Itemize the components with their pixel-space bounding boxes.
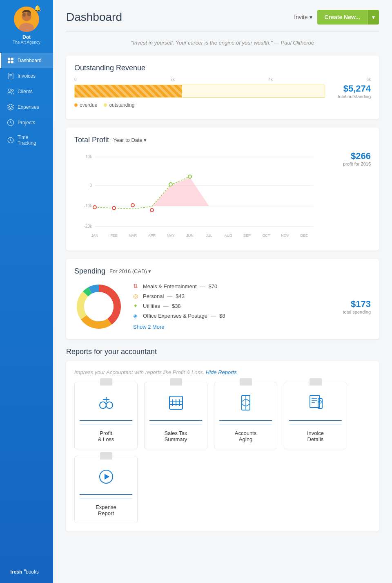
create-new-dropdown-button[interactable]: ▾ [368, 10, 379, 25]
profit-filter-chevron-icon: ▾ [144, 137, 147, 143]
profit-loss-icon [97, 394, 115, 415]
sidebar-item-time-tracking[interactable]: Time Tracking [0, 130, 53, 150]
total-profit-title: Total Profit [74, 136, 109, 144]
spending-item-meals-label: Meals & Entertainment [143, 283, 197, 289]
spending-item-personal-amount: $43 [176, 293, 185, 299]
user-profile[interactable]: 🔔 Dot The Art Agency [0, 7, 53, 45]
svg-point-32 [150, 209, 154, 212]
svg-text:JUL: JUL [206, 233, 212, 238]
report-clip [100, 378, 112, 386]
svg-point-14 [9, 89, 11, 91]
report-card-invoice-details[interactable]: InvoiceDetails [284, 382, 347, 449]
sidebar-label-dashboard: Dashboard [18, 58, 42, 63]
spending-filter-label: For 2016 (CAD) [109, 268, 147, 274]
spending-inner: ⇅ Meals & Entertainment — $70 ◎ Personal… [74, 282, 371, 331]
spending-filter-button[interactable]: For 2016 (CAD) ▾ [109, 268, 151, 274]
main-content: Dashboard Invite ▾ Create New... ▾ "Inve… [53, 0, 392, 583]
donut-chart [74, 282, 123, 331]
profit-chart-svg: 10k 0 -10k -20k [74, 151, 323, 241]
report-divider [289, 420, 342, 421]
reports-title-row: Reports for your accountant [66, 348, 379, 356]
svg-text:books: books [26, 569, 39, 575]
spending-item-utilities: ✦ Utilities — $38 [133, 303, 320, 309]
svg-text:AUG: AUG [224, 233, 232, 238]
spending-item-office: ◈ Office Expenses & Postage — $8 [133, 312, 320, 319]
hide-reports-link[interactable]: Hide Reports [206, 369, 237, 375]
svg-text:10k: 10k [85, 155, 92, 159]
dashboard-icon [7, 57, 14, 64]
svg-text:-20k: -20k [84, 224, 92, 229]
axis-6k: 6k [366, 77, 371, 82]
sidebar-footer: fresh books [4, 560, 49, 583]
report-name-accounts-aging: AccountsAging [235, 430, 256, 442]
expenses-icon [7, 103, 14, 111]
user-name: Dot [22, 34, 31, 40]
create-new-button[interactable]: Create New... [317, 10, 368, 25]
sidebar-label-clients: Clients [18, 89, 33, 94]
sidebar-item-expenses[interactable]: Expenses [0, 99, 53, 115]
sidebar-item-clients[interactable]: Clients [0, 84, 53, 99]
sidebar-item-invoices[interactable]: Invoices [0, 68, 53, 84]
revenue-bar-fill [75, 85, 182, 97]
profit-chart-area: 10k 0 -10k -20k [74, 151, 323, 242]
show-more-button[interactable]: Show 2 More [133, 324, 165, 330]
svg-point-29 [93, 206, 96, 209]
svg-text:DEC: DEC [300, 233, 308, 238]
svg-text:-10k: -10k [84, 204, 92, 208]
outstanding-revenue-header: Outstanding Revenue [74, 64, 371, 72]
total-profit-card: Total Profit Year to Date ▾ 10k 0 -10k -… [66, 128, 379, 251]
invite-label: Invite [294, 14, 307, 20]
report-clip [170, 378, 182, 386]
spending-label: total spending [330, 309, 371, 314]
spending-item-utilities-label: Utilities [143, 303, 160, 309]
invoice-details-icon [307, 394, 325, 415]
spending-item-personal-label: Personal [143, 293, 164, 299]
time-tracking-icon [7, 137, 14, 144]
report-clip [240, 378, 252, 386]
report-divider [149, 420, 202, 421]
profit-total: $266 profit for 2016 [330, 151, 371, 166]
svg-text:JUN: JUN [186, 233, 194, 238]
profit-filter-label: Year to Date [113, 137, 143, 143]
freshbooks-logo: fresh books [10, 567, 43, 576]
svg-point-33 [169, 183, 172, 186]
spending-item-personal-dash: — [167, 293, 172, 299]
avatar-wrapper: 🔔 [14, 7, 39, 32]
svg-rect-7 [11, 58, 13, 60]
report-divider [80, 420, 132, 421]
revenue-chart-area: 0 2k 4k 6k $5,274 total outstanding over… [74, 77, 371, 108]
invite-button[interactable]: Invite ▾ [294, 14, 312, 20]
axis-4k: 4k [268, 77, 273, 82]
report-card-profit-loss[interactable]: Profit& Loss [74, 382, 138, 449]
sidebar-item-projects[interactable]: Projects [0, 115, 53, 130]
spending-header: Spending For 2016 (CAD) ▾ [74, 267, 371, 276]
report-card-accounts-aging[interactable]: AccountsAging [214, 382, 277, 449]
sidebar-nav: Dashboard Invoices Clients Expenses Proj… [0, 53, 53, 150]
profit-label: profit for 2016 [330, 161, 371, 166]
invoices-icon [7, 72, 14, 80]
profit-chart-container: 10k 0 -10k -20k [74, 151, 371, 242]
page-header: Dashboard Invite ▾ Create New... ▾ [66, 10, 379, 31]
report-card-expense-report[interactable]: ExpenseReport [74, 456, 138, 523]
sidebar-item-dashboard[interactable]: Dashboard [0, 53, 53, 68]
svg-point-30 [112, 206, 116, 210]
spending-item-office-dash: — [211, 313, 216, 319]
profit-filter-button[interactable]: Year to Date ▾ [113, 137, 147, 143]
svg-rect-6 [8, 58, 10, 60]
personal-icon: ◎ [133, 293, 140, 299]
sidebar-label-invoices: Invoices [18, 73, 36, 79]
svg-point-4 [22, 13, 26, 17]
revenue-axis: 0 2k 4k 6k [74, 77, 371, 82]
revenue-legend: overdue outstanding [74, 102, 371, 108]
spending-item-utilities-amount: $38 [172, 303, 181, 309]
revenue-label: total outstanding [330, 94, 371, 99]
notification-bell-icon[interactable]: 🔔 [34, 5, 41, 11]
svg-text:0: 0 [89, 183, 92, 188]
reports-hint: Impress your Accountant with reports lik… [74, 369, 371, 375]
revenue-total: $5,274 total outstanding [330, 83, 371, 99]
report-name-sales-tax: Sales TaxSummary [164, 430, 187, 442]
meals-icon: ⇅ [133, 283, 140, 289]
report-sub-line [80, 424, 132, 425]
report-card-sales-tax[interactable]: Sales TaxSummary [144, 382, 207, 449]
svg-point-54 [106, 402, 113, 408]
